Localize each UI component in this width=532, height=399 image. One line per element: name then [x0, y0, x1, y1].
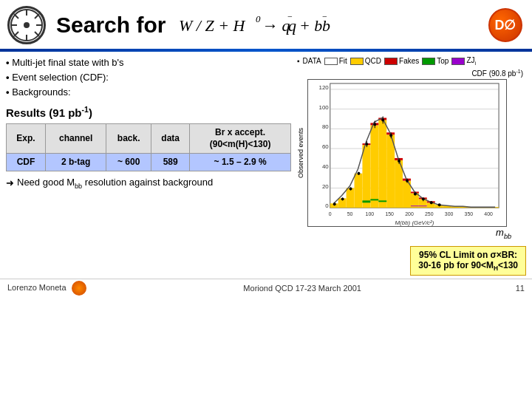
page-title: Search for: [56, 13, 166, 38]
footer-author: Lorenzo Moneta: [7, 281, 89, 296]
svg-text:+ b: + b: [299, 16, 322, 35]
right-panel: ▪ DATA Fit QCD Fakes Top ZJi: [297, 56, 526, 240]
svg-text:200: 200: [405, 211, 414, 216]
footer-page: 11: [516, 284, 525, 293]
svg-text:120: 120: [319, 84, 330, 91]
svg-text:q: q: [288, 16, 296, 35]
svg-point-91: [406, 180, 409, 183]
svg-rect-35: [347, 188, 355, 208]
svg-rect-63: [362, 201, 370, 203]
main-bullets: Multi-jet final state with b's Event sel…: [6, 56, 291, 100]
svg-text:60: 60: [322, 143, 329, 150]
svg-point-94: [430, 202, 433, 205]
header: Search for W / Z + H 0 → q ‾ q + b ‾ b D…: [0, 0, 532, 47]
svg-point-85: [358, 172, 361, 175]
legend-data: ▪ DATA: [297, 57, 321, 65]
cell-channel: 2 b-tag: [46, 154, 106, 171]
svg-text:50: 50: [347, 211, 353, 216]
svg-text:100: 100: [319, 104, 330, 111]
footer: Lorenzo Moneta Moriond QCD 17-23 March 2…: [0, 279, 532, 297]
svg-point-83: [341, 198, 344, 201]
chart-wrapper: Observed events 0 20 40 60 80 100 120: [297, 79, 526, 227]
legend-qcd: QCD: [350, 57, 381, 65]
legend-zj: ZJi: [451, 56, 476, 66]
result-box: 95% CL Limit on σ×BR: 30-16 pb for 90<MH…: [410, 246, 526, 276]
fi-logo: [7, 6, 46, 44]
legend-fit: Fit: [324, 57, 347, 65]
arrow-text-line: ➜ Need good Mbb resolution against backg…: [6, 176, 291, 191]
cell-back: ~ 600: [106, 154, 151, 171]
header-divider: [0, 49, 532, 52]
svg-rect-66: [411, 206, 419, 207]
bullet-item-1: Multi-jet final state with b's: [6, 56, 291, 69]
svg-text:20: 20: [322, 183, 329, 190]
svg-point-93: [422, 198, 425, 201]
mbb-label: mbb: [297, 227, 526, 240]
svg-rect-65: [378, 201, 386, 202]
footer-logo: [72, 281, 86, 296]
formula: W / Z + H 0 → q ‾ q + b ‾ b: [179, 7, 486, 43]
svg-rect-40: [386, 135, 395, 208]
col-br: Br x accept.(90<m(H)<130): [190, 123, 291, 154]
bullet-item-3: Backgrounds:: [6, 86, 291, 99]
results-title: Results (91 pb-1): [6, 104, 291, 120]
cell-br: ~ 1.5 – 2.9 %: [190, 154, 291, 171]
svg-text:b: b: [322, 16, 330, 35]
cell-exp: CDF: [7, 154, 46, 171]
chart-legend: ▪ DATA Fit QCD Fakes Top ZJi: [297, 56, 526, 66]
svg-rect-37: [362, 145, 370, 208]
table-row: CDF 2 b-tag ~ 600 589 ~ 1.5 – 2.9 %: [7, 154, 291, 171]
bullet-item-2: Event selection (CDF):: [6, 71, 291, 84]
svg-text:150: 150: [385, 211, 394, 216]
cell-data: 589: [151, 154, 190, 171]
svg-text:80: 80: [322, 124, 329, 131]
svg-text:0: 0: [325, 203, 329, 210]
col-data: data: [151, 123, 190, 154]
col-exp: Exp.: [7, 123, 46, 154]
svg-rect-64: [370, 200, 378, 201]
svg-text:W / Z + H: W / Z + H: [179, 16, 246, 35]
svg-point-87: [373, 123, 376, 126]
cdf-label: CDF (90.8 pb-1): [297, 69, 526, 78]
svg-point-82: [333, 203, 336, 206]
col-back: back.: [106, 123, 151, 154]
svg-rect-36: [355, 174, 363, 208]
svg-text:M(bb) (GeV/c²): M(bb) (GeV/c²): [395, 219, 434, 226]
col-channel: channel: [46, 123, 106, 154]
left-panel: Multi-jet final state with b's Event sel…: [6, 56, 291, 240]
legend-top: Top: [422, 57, 449, 65]
results-table: Exp. channel back. data Br x accept.(90<…: [6, 123, 291, 171]
svg-text:→ q: → q: [262, 16, 290, 35]
svg-rect-38: [370, 126, 378, 208]
main-content: Multi-jet final state with b's Event sel…: [0, 53, 532, 243]
svg-text:100: 100: [366, 211, 375, 216]
bottom-bar: 95% CL Limit on σ×BR: 30-16 pb for 90<MH…: [0, 245, 532, 279]
svg-point-89: [389, 134, 392, 137]
y-axis-label: Observed events: [297, 79, 304, 227]
svg-text:0: 0: [329, 211, 332, 216]
svg-text:300: 300: [445, 211, 454, 216]
svg-point-86: [365, 143, 368, 146]
legend-fakes: Fakes: [384, 57, 419, 65]
svg-text:250: 250: [425, 211, 434, 216]
svg-point-92: [414, 193, 417, 196]
footer-conference: Moriond QCD 17-23 March 2001: [243, 284, 361, 293]
svg-text:40: 40: [322, 163, 329, 170]
svg-point-90: [398, 160, 400, 163]
svg-text:400: 400: [484, 211, 493, 216]
svg-point-95: [438, 204, 441, 207]
svg-text:0: 0: [256, 13, 261, 24]
d-zero-logo: D∅: [486, 6, 525, 44]
svg-rect-39: [378, 120, 386, 208]
svg-point-1: [24, 22, 30, 28]
svg-point-84: [349, 188, 352, 191]
svg-text:350: 350: [465, 211, 474, 216]
histogram-chart: 0 20 40 60 80 100 120: [307, 79, 507, 227]
svg-point-88: [381, 119, 384, 122]
svg-rect-67: [419, 206, 427, 207]
